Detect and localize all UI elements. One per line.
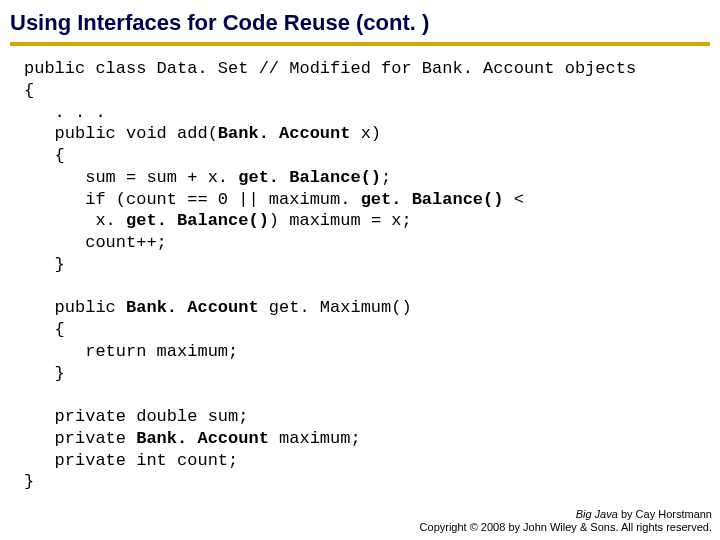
code-line: } [24,255,65,274]
code-line: maximum; [269,429,361,448]
code-line: x. [24,211,126,230]
code-bold: get. Balance() [238,168,381,187]
code-line: get. Maximum() [259,298,412,317]
code-line: } [24,472,34,491]
code-line: count++; [24,233,167,252]
code-bold: get. Balance() [361,190,504,209]
code-line: private [24,429,136,448]
code-bold: Bank. Account [218,124,351,143]
slide-title: Using Interfaces for Code Reuse (cont. ) [10,10,710,46]
code-line: sum = sum + x. [24,168,238,187]
code-line: public class Data. Set // Modified for B… [24,59,636,78]
code-line: if (count == 0 || maximum. [24,190,361,209]
code-line: public void add( [24,124,218,143]
code-line: ) maximum = x; [269,211,412,230]
code-bold: Bank. Account [126,298,259,317]
code-line: return maximum; [24,342,238,361]
code-line: . . . [24,103,106,122]
footer: Big Java by Cay Horstmann Copyright © 20… [420,508,712,534]
footer-copyright: Copyright © 2008 by John Wiley & Sons. A… [420,521,712,534]
footer-line-1: Big Java by Cay Horstmann [420,508,712,521]
code-block: public class Data. Set // Modified for B… [24,58,696,493]
code-line: { [24,146,65,165]
footer-author: by Cay Horstmann [618,508,712,520]
code-line: private int count; [24,451,238,470]
code-line: < [503,190,534,209]
code-line: private double sum; [24,407,248,426]
code-line: ; [381,168,391,187]
book-title: Big Java [576,508,618,520]
code-line: x) [350,124,381,143]
code-line: { [24,81,34,100]
code-bold: Bank. Account [136,429,269,448]
code-line: { [24,320,65,339]
code-line: public [24,298,126,317]
code-bold: get. Balance() [126,211,269,230]
slide: Using Interfaces for Code Reuse (cont. )… [0,0,720,540]
code-line: } [24,364,65,383]
